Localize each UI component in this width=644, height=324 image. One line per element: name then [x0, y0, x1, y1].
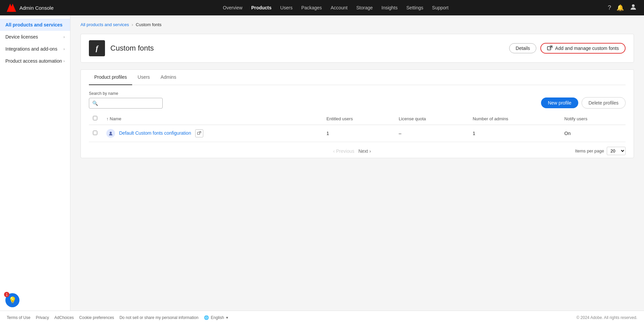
breadcrumb-separator: ›: [132, 22, 133, 27]
col-name[interactable]: ↑ Name: [102, 113, 322, 125]
main-content: All products and services › Custom fonts…: [70, 15, 644, 311]
search-label: Search by name: [89, 91, 163, 96]
svg-point-2: [632, 4, 635, 7]
profiles-table: ↑ Name Entitled users License quota Numb…: [89, 113, 626, 142]
items-per-page: Items per page 10 20 50 100: [575, 147, 626, 155]
profile-avatar-icon: [108, 131, 113, 136]
search-actions: Search by name 🔍 New profile Delete prof…: [89, 85, 626, 113]
sidebar-item-product-access[interactable]: Product access automation ›: [0, 55, 70, 67]
select-all-checkbox[interactable]: [93, 116, 97, 120]
profile-name-link[interactable]: Default Custom fonts configuration: [119, 130, 191, 136]
sidebar-item-integrations[interactable]: Integrations and add-ons ›: [0, 43, 70, 55]
nav-settings[interactable]: Settings: [403, 4, 427, 12]
footer-language-selector[interactable]: 🌐 English ▾: [204, 315, 228, 320]
chevron-right-icon: ›: [63, 35, 65, 39]
items-per-page-select[interactable]: 10 20 50 100: [607, 147, 626, 155]
add-manage-custom-fonts-button[interactable]: Add and manage custom fonts: [540, 43, 626, 54]
breadcrumb-parent[interactable]: All products and services: [80, 22, 129, 27]
footer-privacy[interactable]: Privacy: [36, 315, 49, 320]
footer: Terms of Use Privacy AdChoices Cookie pr…: [0, 311, 644, 324]
search-section: Search by name 🔍: [89, 91, 163, 109]
nav-overview[interactable]: Overview: [220, 4, 246, 12]
sidebar-item-label: Device licenses: [5, 34, 38, 40]
help-widget: 1 💡: [5, 293, 19, 307]
sidebar-item-label: Integrations and add-ons: [5, 46, 57, 52]
svg-rect-3: [547, 47, 551, 50]
tab-users[interactable]: Users: [132, 70, 155, 85]
sidebar-item-device-licenses[interactable]: Device licenses ›: [0, 31, 70, 43]
product-header-right: Details Add and manage custom fonts: [509, 43, 626, 54]
row-license-quota: –: [395, 125, 469, 142]
table-header-row: ↑ Name Entitled users License quota Numb…: [89, 113, 626, 125]
sidebar-item-all-products[interactable]: All products and services: [0, 19, 70, 31]
notifications-icon[interactable]: 🔔: [616, 4, 624, 11]
chevron-right-icon: ›: [63, 47, 65, 51]
breadcrumb: All products and services › Custom fonts: [80, 22, 634, 27]
col-number-of-admins: Number of admins: [469, 113, 560, 125]
brand: Admin Console: [7, 3, 54, 12]
svg-point-4: [110, 132, 112, 134]
pagination-nav: ‹ Previous Next ›: [129, 148, 575, 154]
chevron-down-icon: ▾: [226, 315, 228, 320]
product-icon: f: [89, 40, 105, 56]
footer-cookies[interactable]: Cookie preferences: [79, 315, 114, 320]
product-title: Custom fonts: [110, 44, 154, 53]
svg-rect-5: [197, 132, 200, 135]
footer-adchoices[interactable]: AdChoices: [54, 315, 74, 320]
row-number-of-admins: 1: [469, 125, 560, 142]
previous-button[interactable]: ‹ Previous: [333, 148, 354, 154]
brand-title: Admin Console: [19, 5, 54, 11]
pagination-row: ‹ Previous Next › Items per page 10 20 5…: [89, 142, 626, 158]
adobe-logo-icon: [7, 3, 16, 12]
delete-profiles-button[interactable]: Delete profiles: [582, 97, 626, 109]
select-all-cell: [89, 113, 102, 125]
nav-right: ? 🔔: [608, 3, 637, 13]
nav-account[interactable]: Account: [327, 4, 351, 12]
chevron-left-icon: ‹: [333, 148, 335, 154]
export-icon[interactable]: [195, 129, 203, 137]
col-license-quota: License quota: [395, 113, 469, 125]
layout: All products and services Device license…: [0, 15, 644, 311]
sort-asc-icon: ↑: [106, 116, 109, 121]
nav-links: Overview Products Users Packages Account…: [64, 4, 608, 12]
nav-products[interactable]: Products: [248, 4, 275, 12]
sidebar-item-label: Product access automation: [5, 58, 62, 64]
footer-do-not-sell[interactable]: Do not sell or share my personal informa…: [119, 315, 198, 320]
export-link-icon: [197, 131, 201, 135]
details-button[interactable]: Details: [509, 43, 536, 53]
row-checkbox[interactable]: [93, 131, 97, 135]
row-name-cell: Default Custom fonts configuration: [102, 125, 322, 142]
items-per-page-label: Items per page: [575, 148, 604, 153]
search-input[interactable]: [89, 98, 163, 109]
chevron-right-icon: ›: [63, 59, 65, 63]
breadcrumb-current: Custom fonts: [136, 22, 162, 27]
col-notify-users: Notify users: [560, 113, 626, 125]
footer-copyright: © 2024 Adobe. All rights reserved.: [576, 315, 637, 320]
nav-insights[interactable]: Insights: [378, 4, 401, 12]
nav-users[interactable]: Users: [277, 4, 296, 12]
footer-terms[interactable]: Terms of Use: [7, 315, 31, 320]
row-entitled-users: 1: [322, 125, 395, 142]
external-link-icon: [547, 46, 552, 51]
nav-packages[interactable]: Packages: [298, 4, 325, 12]
search-input-wrap: 🔍: [89, 98, 163, 109]
help-icon[interactable]: ?: [608, 4, 611, 11]
chevron-right-icon: ›: [369, 148, 371, 154]
globe-icon: 🌐: [204, 315, 209, 320]
top-nav: Admin Console Overview Products Users Pa…: [0, 0, 644, 15]
sidebar-item-label: All products and services: [5, 22, 62, 27]
nav-storage[interactable]: Storage: [353, 4, 376, 12]
nav-support[interactable]: Support: [429, 4, 452, 12]
row-checkbox-cell: [89, 125, 102, 142]
help-notification-badge: 1: [4, 292, 9, 297]
tab-product-profiles[interactable]: Product profiles: [89, 70, 132, 85]
product-header: f Custom fonts Details Add and manage cu…: [80, 34, 634, 63]
product-header-left: f Custom fonts: [89, 40, 154, 56]
new-profile-button[interactable]: New profile: [541, 98, 578, 108]
table-row: Default Custom fonts configuration 1 –: [89, 125, 626, 142]
profile-icon: [106, 129, 115, 138]
col-entitled-users: Entitled users: [322, 113, 395, 125]
tab-admins[interactable]: Admins: [155, 70, 182, 85]
user-avatar-icon[interactable]: [629, 3, 637, 13]
next-button[interactable]: Next ›: [358, 148, 371, 154]
